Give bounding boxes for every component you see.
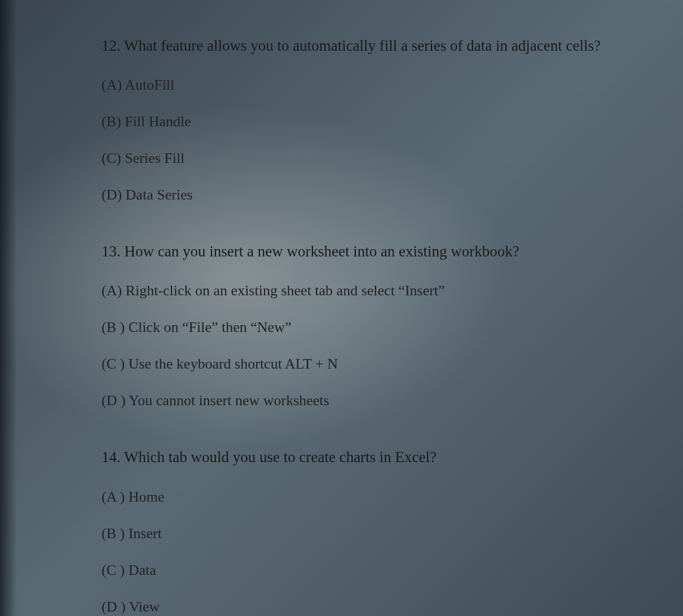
- question-text: 13. How can you insert a new worksheet i…: [102, 240, 683, 264]
- answer-option: (B) Fill Handle: [102, 110, 683, 132]
- option-text: Fill Handle: [125, 113, 191, 130]
- answer-option: (A) Right-click on an existing sheet tab…: [102, 280, 683, 302]
- option-label: (A): [102, 282, 126, 299]
- option-label: (D ): [102, 599, 129, 615]
- option-text: Right-click on an existing sheet tab and…: [126, 282, 445, 299]
- option-text: Data Series: [126, 187, 193, 203]
- option-label: (A ): [102, 489, 129, 505]
- option-label: (B ): [102, 525, 129, 542]
- question-block: 14. Which tab would you use to create ch…: [102, 445, 683, 616]
- option-label: (D ): [102, 392, 129, 409]
- question-prompt: Which tab would you use to create charts…: [124, 449, 437, 466]
- answer-option: (C ) Data: [102, 559, 683, 581]
- answer-option: (C) Series Fill: [102, 147, 683, 169]
- option-label: (B): [102, 113, 125, 130]
- option-text: Click on “File” then “New”: [129, 319, 292, 335]
- option-text: Home: [129, 489, 165, 505]
- option-label: (A): [102, 77, 125, 93]
- option-label: (C ): [102, 356, 129, 372]
- question-prompt: How can you insert a new worksheet into …: [125, 243, 519, 260]
- question-number: 12.: [102, 37, 124, 54]
- question-text: 12. What feature allows you to automatic…: [102, 34, 683, 58]
- option-text: You cannot insert new worksheets: [129, 392, 329, 409]
- option-text: Data: [129, 562, 156, 578]
- answer-option: (C ) Use the keyboard shortcut ALT + N: [102, 353, 683, 375]
- document-content: 12. What feature allows you to automatic…: [102, 34, 683, 616]
- answer-option: (D) Data Series: [102, 184, 683, 206]
- answer-option: (D ) You cannot insert new worksheets: [102, 389, 683, 411]
- question-text: 14. Which tab would you use to create ch…: [102, 445, 683, 469]
- answer-option: (D ) View: [102, 596, 683, 616]
- question-block: 12. What feature allows you to automatic…: [102, 34, 683, 206]
- option-label: (C): [102, 150, 125, 166]
- option-label: (C ): [102, 562, 129, 578]
- answer-option: (A ) Home: [102, 486, 683, 508]
- option-text: View: [129, 599, 160, 615]
- option-text: AutoFill: [125, 77, 174, 93]
- option-label: (B ): [102, 319, 129, 335]
- option-text: Series Fill: [125, 150, 184, 166]
- option-text: Use the keyboard shortcut ALT + N: [129, 356, 338, 372]
- answer-option: (A) AutoFill: [102, 74, 683, 96]
- answer-option: (B ) Insert: [102, 522, 683, 544]
- answer-option: (B ) Click on “File” then “New”: [102, 316, 683, 338]
- option-text: Insert: [129, 525, 162, 542]
- question-number: 13.: [102, 243, 125, 260]
- option-label: (D): [102, 187, 126, 203]
- question-block: 13. How can you insert a new worksheet i…: [102, 240, 683, 411]
- question-number: 14.: [102, 449, 124, 466]
- question-prompt: What feature allows you to automatically…: [124, 37, 601, 54]
